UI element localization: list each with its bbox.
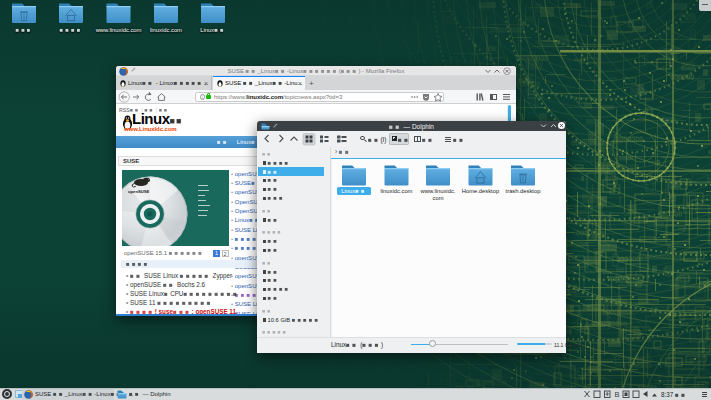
svg-text:openSUSE: openSUSE [128, 189, 150, 194]
svg-text:B: B [615, 390, 620, 399]
